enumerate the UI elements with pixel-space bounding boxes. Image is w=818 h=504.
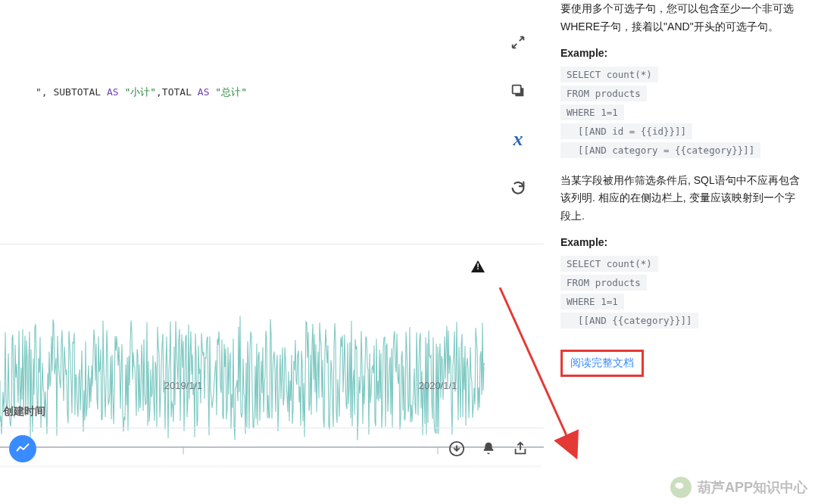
svg-rect-1 [513,86,521,94]
visualization-button[interactable] [9,435,36,462]
copy-icon[interactable] [504,77,532,104]
help-paragraph: 要使用多个可选子句，您可以包含至少一个非可选WHERE子句，接着以"AND"开头… [560,0,801,36]
download-icon[interactable] [448,440,465,457]
help-sidebar: 要使用多个可选子句，您可以包含至少一个非可选WHERE子句，接着以"AND"开头… [544,0,818,481]
wechat-icon [670,477,692,498]
refresh-icon[interactable] [504,174,532,201]
watermark: 葫芦APP知识中心 [670,477,807,498]
main-panel: ", SUBTOTAL AS "小计",TOTAL AS "总计" x [0,0,544,468]
collapse-icon[interactable] [504,29,532,56]
variable-icon[interactable]: x [504,126,532,153]
help-paragraph: 当某字段被用作筛选条件后, SQL语句中不应再包含该列明. 相应的在侧边栏上, … [560,172,801,226]
bell-icon[interactable] [480,440,497,457]
read-full-doc-link[interactable]: 阅读完整文档 [560,350,644,377]
share-icon[interactable] [512,440,529,457]
example-label: Example: [560,47,801,59]
x-axis-ticks: 2019/1/1 2020/1/1 [0,380,544,395]
x-tick-label: 2019/1/1 [164,380,203,391]
code-example-2: SELECT count(*)FROM productsWHERE 1=1 [[… [560,256,801,331]
code-example-1: SELECT count(*)FROM productsWHERE 1=1 [[… [560,67,801,161]
chart-bottom-bar [0,428,544,468]
example-label: Example: [560,236,801,248]
x-axis-label-wrap: 创建时间 [0,405,544,418]
editor-toolbar: x [504,29,532,201]
x-axis-label: 创建时间 [0,405,544,418]
x-tick-label: 2020/1/1 [419,380,457,391]
sql-editor-fragment[interactable]: ", SUBTOTAL AS "小计",TOTAL AS "总计" [0,74,247,110]
warning-icon[interactable] [471,260,485,272]
